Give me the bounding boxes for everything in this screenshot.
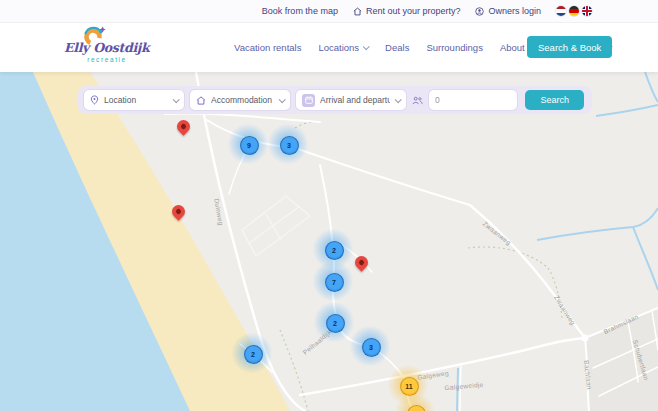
nav-item-locations[interactable]: Locations [318,42,368,53]
map-cluster-marker[interactable]: 3 [362,338,381,357]
map-cluster-marker[interactable] [407,405,426,411]
street-label: Zwaanweg [553,294,577,326]
guests-icon [412,96,423,105]
logo[interactable]: Elly Oostdijk recreatie [64,25,150,63]
map-cluster-marker[interactable]: 2 [325,241,344,260]
logo-text: Elly Oostdijk [64,40,150,55]
en-flag-icon[interactable] [582,6,592,16]
accommodation-type-label: Accommodation type [211,95,274,105]
location-select[interactable]: Location [84,90,184,110]
search-bar: Location Accommodation type Arrival and … [78,86,592,114]
page: Book from the map Rent out your property… [0,0,658,411]
guests-input[interactable]: 0 [429,90,517,110]
map-markers: DuinwegZwaanwegZwaanwegGalgewegGalgeweid… [0,72,658,411]
search-book-button[interactable]: Search & Book [527,36,612,58]
map-cluster-marker[interactable]: 3 [280,136,299,155]
chevron-down-icon [279,96,286,103]
street-label: Galgeweidje [444,381,484,391]
rent-out-link[interactable]: Rent out your property? [353,6,461,16]
main-header: Elly Oostdijk recreatie Vacation rentals… [0,22,658,72]
street-label: Bachlaan [583,360,593,390]
language-switcher [556,6,592,16]
nav-item-label: Vacation rentals [234,42,301,53]
owners-login-label: Owners login [488,6,541,16]
calendar-icon [302,94,315,107]
nl-flag-icon[interactable] [556,6,566,16]
owners-login-link[interactable]: Owners login [475,6,541,16]
location-pin-icon [90,95,99,105]
street-label: Brahmslaan [602,313,639,335]
map-cluster-marker[interactable]: 11 [400,377,419,396]
map-pin-marker[interactable] [169,202,187,220]
book-from-map-link[interactable]: Book from the map [262,6,338,16]
map-cluster-marker[interactable]: 2 [326,314,345,333]
nav-item-vacation-rentals[interactable]: Vacation rentals [234,42,301,53]
street-label: Schubertlaan [632,339,650,381]
street-label: Galgeweg [417,369,449,380]
search-button[interactable]: Search [525,90,584,110]
map-cluster-marker[interactable]: 9 [240,136,259,155]
person-icon [475,7,484,16]
map[interactable]: DuinwegZwaanwegZwaanwegGalgewegGalgeweid… [0,72,658,411]
topbar: Book from the map Rent out your property… [0,0,658,23]
chevron-down-icon [395,96,402,103]
map-pin-marker[interactable] [352,253,370,271]
logo-subtext: recreatie [64,56,150,63]
nav-item-deals[interactable]: Deals [385,42,409,53]
home-icon [196,96,206,105]
dates-label: Arrival and departure [320,95,390,105]
dates-select[interactable]: Arrival and departure [296,90,406,110]
nav-item-label: Locations [318,42,359,53]
street-label: Pelhaaldijk [301,328,332,356]
nav-item-surroundings[interactable]: Surroundings [426,42,483,53]
chevron-down-icon [173,96,180,103]
street-label: Zwaanweg [482,220,513,246]
street-label: Duinweg [213,198,225,226]
book-from-map-label: Book from the map [262,6,338,16]
home-icon [353,7,362,16]
chevron-down-icon [363,43,370,50]
de-flag-icon[interactable] [569,6,579,16]
logo-swirl-icon [82,26,106,46]
map-cluster-marker[interactable]: 7 [325,273,344,292]
nav-item-label: Surroundings [426,42,483,53]
location-label: Location [104,95,168,105]
guests-value: 0 [435,95,440,105]
nav-item-label: Deals [385,42,409,53]
map-pin-marker[interactable] [174,117,192,135]
accommodation-type-select[interactable]: Accommodation type [190,90,290,110]
map-cluster-marker[interactable]: 2 [244,345,263,364]
rent-out-label: Rent out your property? [366,6,461,16]
